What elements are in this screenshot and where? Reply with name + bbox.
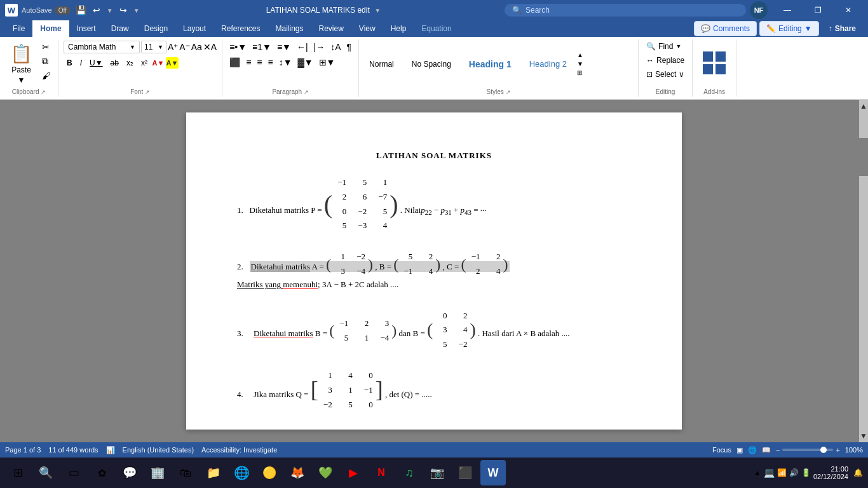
network-icon[interactable]: 📶 — [777, 468, 787, 477]
text-color-button[interactable]: A▼ — [152, 57, 165, 69]
language-indicator[interactable]: English (United States) — [123, 446, 194, 454]
align-center-button[interactable]: ≡ — [244, 56, 253, 69]
font-name-selector[interactable]: Cambria Math ▼ — [64, 41, 140, 53]
youtube-app[interactable]: ▶ — [341, 460, 366, 485]
editing-button[interactable]: ✏️ Editing ▼ — [759, 21, 819, 36]
paste-button[interactable]: 📋 Paste ▼ — [5, 41, 37, 87]
bold-button[interactable]: B — [64, 57, 76, 69]
accessibility-button[interactable]: Accessibility: Investigate — [201, 446, 277, 454]
show-paragraph-button[interactable]: ¶ — [345, 41, 354, 53]
comments-button[interactable]: 💬 Comments — [694, 21, 757, 36]
tab-help[interactable]: Help — [383, 20, 414, 37]
find-button[interactable]: 🔍 Find ▼ — [644, 41, 684, 52]
styles-expand[interactable]: ⊞ — [576, 69, 585, 77]
style-heading2[interactable]: Heading 2 — [522, 57, 574, 71]
tab-view[interactable]: View — [351, 20, 383, 37]
line-spacing-button[interactable]: ↕▼ — [277, 56, 294, 69]
notification-icon[interactable]: 🔔 — [853, 468, 863, 477]
bullets-button[interactable]: ≡•▼ — [227, 41, 248, 53]
netflix-app[interactable]: N — [369, 460, 394, 485]
format-painter-button[interactable]: 🖌 — [40, 69, 53, 82]
chat-button[interactable]: 💬 — [117, 460, 142, 485]
tab-insert[interactable]: Insert — [69, 20, 104, 37]
minimize-button[interactable]: — — [773, 0, 802, 20]
start-button[interactable]: ⊞ — [5, 460, 31, 485]
style-heading1[interactable]: Heading 1 — [461, 57, 519, 72]
close-button[interactable]: ✕ — [834, 0, 863, 20]
print-layout-icon[interactable]: ▣ — [736, 446, 743, 454]
whatsapp-app[interactable]: 💚 — [313, 460, 338, 485]
scroll-up-button[interactable]: ▲ — [859, 100, 868, 112]
underline-button[interactable]: U▼ — [86, 57, 106, 69]
style-no-spacing[interactable]: No Spacing — [404, 57, 459, 71]
font-size-selector[interactable]: 11 ▼ — [141, 41, 166, 53]
task-view-button[interactable]: ▭ — [61, 460, 86, 485]
select-button[interactable]: ⊡ Select ∨ — [644, 69, 687, 80]
widgets-button[interactable]: ✿ — [89, 460, 114, 485]
multilevel-list-button[interactable]: ≡▼ — [275, 41, 293, 53]
battery-icon[interactable]: 🔋 — [801, 468, 811, 477]
user-avatar[interactable]: NF — [750, 1, 768, 19]
shading-button[interactable]: ▓▼ — [296, 56, 315, 69]
tab-review[interactable]: Review — [311, 20, 351, 37]
volume-icon[interactable]: 🔊 — [789, 468, 799, 477]
highlight-color-button[interactable]: A▼ — [166, 57, 179, 69]
replace-button[interactable]: ↔ Replace — [644, 55, 687, 66]
tab-mailings[interactable]: Mailings — [268, 20, 311, 37]
chrome-app[interactable]: 🟡 — [257, 460, 282, 485]
subscript-button[interactable]: x₂ — [123, 57, 137, 69]
superscript-button[interactable]: x² — [138, 57, 151, 69]
edge-browser[interactable]: 🌐 — [229, 460, 254, 485]
italic-button[interactable]: I — [77, 57, 85, 69]
zoom-handle[interactable] — [820, 447, 827, 453]
clear-formatting-button[interactable]: ✕A — [203, 42, 217, 52]
spotify-app[interactable]: ♫ — [397, 460, 422, 485]
copy-button[interactable]: ⧉ — [40, 55, 53, 68]
tab-design[interactable]: Design — [137, 20, 175, 37]
zoom-out-icon[interactable]: − — [776, 446, 780, 454]
autosave-state[interactable]: Off — [55, 6, 71, 15]
search-box[interactable]: 🔍 Search — [505, 4, 746, 17]
camera-app[interactable]: 📷 — [424, 460, 450, 485]
read-mode-icon[interactable]: 📖 — [762, 446, 771, 454]
share-button[interactable]: ↑ Share — [822, 21, 863, 36]
scrollbar-thumb[interactable] — [859, 138, 868, 176]
styles-scroll-down[interactable]: ▼ — [576, 60, 585, 68]
tab-references[interactable]: References — [214, 20, 268, 37]
focus-button[interactable]: Focus — [712, 446, 731, 454]
sort-button[interactable]: ↕A — [329, 41, 342, 53]
strikethrough-button[interactable]: ab — [107, 57, 122, 69]
autosave-toggle[interactable]: AutoSave Off — [22, 6, 71, 15]
increase-font-size-button[interactable]: A⁺ — [168, 42, 178, 52]
firefox-app[interactable]: 🦊 — [285, 460, 310, 485]
store-app[interactable]: 🛍 — [173, 460, 198, 485]
vertical-scrollbar[interactable]: ▲ ▼ — [859, 100, 868, 442]
decrease-font-size-button[interactable]: A⁻ — [179, 42, 189, 52]
cut-button[interactable]: ✂ — [40, 41, 53, 53]
web-layout-icon[interactable]: 🌐 — [748, 446, 757, 454]
word-app[interactable]: W — [480, 460, 506, 485]
tab-home[interactable]: Home — [32, 20, 69, 37]
redo-button[interactable]: ↪ — [117, 4, 130, 17]
zoom-slider[interactable] — [782, 449, 833, 451]
zoom-percent[interactable]: 100% — [845, 446, 863, 454]
tab-draw[interactable]: Draw — [104, 20, 137, 37]
zoom-in-icon[interactable]: + — [836, 446, 839, 454]
clock[interactable]: 21:00 02/12/2024 — [813, 465, 851, 480]
numbering-button[interactable]: ≡1▼ — [250, 41, 273, 53]
undo-button[interactable]: ↩ — [90, 4, 103, 17]
tab-layout[interactable]: Layout — [175, 20, 214, 37]
restore-button[interactable]: ❐ — [803, 0, 832, 20]
teams-app[interactable]: 🏢 — [145, 460, 170, 485]
increase-indent-button[interactable]: |→ — [312, 41, 327, 53]
tab-file[interactable]: File — [5, 20, 32, 37]
justify-button[interactable]: ≡ — [266, 56, 275, 69]
photo-app[interactable]: ⬛ — [452, 460, 478, 485]
align-right-button[interactable]: ≡ — [255, 56, 264, 69]
decrease-indent-button[interactable]: ←| — [295, 41, 310, 53]
borders-button[interactable]: ⊞▼ — [317, 56, 337, 69]
style-normal[interactable]: Normal — [362, 57, 402, 71]
change-case-button[interactable]: Aa — [191, 42, 202, 52]
search-taskbar-button[interactable]: 🔍 — [33, 460, 58, 485]
zoom-bar[interactable]: − + — [776, 446, 840, 454]
